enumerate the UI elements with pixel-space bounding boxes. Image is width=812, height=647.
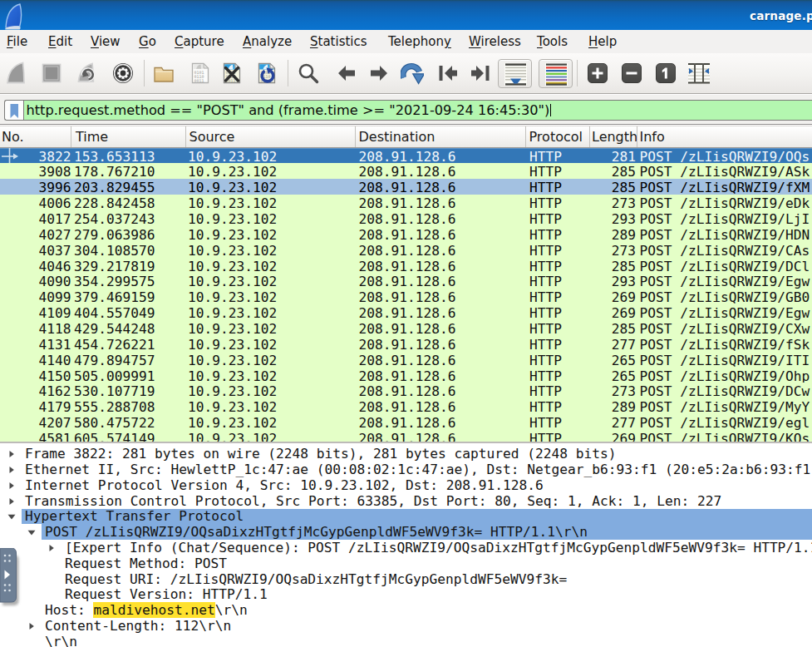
column-header-destination[interactable]: Destination xyxy=(356,126,526,147)
menu-edit[interactable]: Edit xyxy=(48,30,72,53)
packet-row-4017[interactable]: 4017254.03724310.9.23.102208.91.128.6HTT… xyxy=(0,210,812,226)
detail-row-5[interactable]: POST /zLIisQRWZI9/OQsaDixzHTgtfjMcGypGen… xyxy=(0,524,812,540)
packet-row-4027[interactable]: 4027279.06398610.9.23.102208.91.128.6HTT… xyxy=(0,226,812,242)
packet-row-4099[interactable]: 4099379.46915910.9.23.102208.91.128.6HTT… xyxy=(0,289,812,304)
detail-row-9[interactable]: Request Version: HTTP/1.1 xyxy=(0,586,812,602)
column-header-length[interactable]: Length xyxy=(590,126,637,147)
expander-right-icon[interactable] xyxy=(7,482,17,490)
display-filter-input[interactable]: http.request.method == "POST" and (frame… xyxy=(23,100,812,121)
packet-row-4150[interactable]: 4150505.00999110.9.23.102208.91.128.6HTT… xyxy=(0,368,812,383)
auto-scroll-toggle[interactable] xyxy=(498,59,532,88)
menu-analyze[interactable]: Analyze xyxy=(243,30,292,53)
column-label: Protocol xyxy=(526,129,583,145)
go-last-icon[interactable] xyxy=(469,62,492,85)
menu-capture[interactable]: Capture xyxy=(175,30,224,53)
zoom-original-button[interactable] xyxy=(656,63,676,83)
mnemonic-underline: S xyxy=(310,34,318,49)
packet-row-4162[interactable]: 4162530.10771910.9.23.102208.91.128.6HTT… xyxy=(0,383,812,398)
close-file-icon[interactable]: 010101100011 xyxy=(220,62,244,85)
packet-row-4090[interactable]: 4090354.29957510.9.23.102208.91.128.6HTT… xyxy=(0,273,812,289)
expander-right-icon[interactable] xyxy=(27,622,37,630)
colorize-toggle[interactable] xyxy=(539,59,573,88)
packet-row-4109[interactable]: 4109404.55704910.9.23.102208.91.128.6HTT… xyxy=(0,304,812,320)
packet-row-4006[interactable]: 4006228.84245810.9.23.102208.91.128.6HTT… xyxy=(0,195,812,210)
detail-row-2[interactable]: Internet Protocol Version 4, Src: 10.9.2… xyxy=(0,477,812,493)
cell-pro: HTTP xyxy=(529,414,589,430)
go-back-icon[interactable] xyxy=(335,62,358,85)
cell-src: 10.9.23.102 xyxy=(188,383,354,398)
menu-telephony[interactable]: Telephony xyxy=(388,30,451,53)
save-file-icon[interactable]: 010101100011 xyxy=(189,62,212,85)
expander-right-icon[interactable] xyxy=(7,466,17,474)
cell-time: 203.829455 xyxy=(74,179,185,195)
go-to-packet-icon[interactable] xyxy=(401,62,424,85)
plus-icon xyxy=(588,64,607,82)
cell-pro: HTTP xyxy=(529,383,589,398)
filter-bookmark-button[interactable] xyxy=(4,100,23,121)
capture-options-icon[interactable] xyxy=(111,62,135,85)
menu-view[interactable]: View xyxy=(91,30,121,53)
menu-tools[interactable]: Tools xyxy=(537,30,568,53)
cell-pro: HTTP xyxy=(529,210,589,226)
detail-row-8[interactable]: Request URI: /zLIisQRWZI9/OQsaDixzHTgtfj… xyxy=(0,571,812,587)
packet-row-4581[interactable]: 4581605.57414910.9.23.102208.91.128.6HTT… xyxy=(0,430,812,442)
packet-row-4046[interactable]: 4046329.21781910.9.23.102208.91.128.6HTT… xyxy=(0,258,812,274)
reload-file-icon[interactable]: 010101100011 xyxy=(255,62,278,85)
zoom-in-button[interactable] xyxy=(588,63,608,83)
packet-row-4131[interactable]: 4131454.72622110.9.23.102208.91.128.6HTT… xyxy=(0,336,812,352)
packet-row-4118[interactable]: 4118429.54424810.9.23.102208.91.128.6HTT… xyxy=(0,320,812,336)
cell-dst: 208.91.128.6 xyxy=(359,430,525,442)
packet-row-4207[interactable]: 4207580.47572210.9.23.102208.91.128.6HTT… xyxy=(0,414,812,430)
menu-go[interactable]: Go xyxy=(139,30,156,53)
cell-len: 273 xyxy=(590,195,636,210)
menu-help[interactable]: Help xyxy=(588,30,617,53)
cell-dst: 208.91.128.6 xyxy=(359,352,525,368)
cell-src: 10.9.23.102 xyxy=(188,352,354,368)
expander-right-icon[interactable] xyxy=(7,497,17,506)
packet-row-4179[interactable]: 4179555.28870810.9.23.102208.91.128.6HTT… xyxy=(0,398,812,414)
detail-row-10[interactable]: Host: maldivehost.net\r\n xyxy=(0,602,812,618)
capture-start-icon[interactable] xyxy=(6,62,29,85)
zoom-out-button[interactable] xyxy=(622,63,642,83)
menu-statistics[interactable]: Statistics xyxy=(310,30,367,53)
resize-columns-icon[interactable] xyxy=(687,62,711,85)
detail-row-6[interactable]: [Expert Info (Chat/Sequence): POST /zLIi… xyxy=(0,540,812,556)
detail-row-1[interactable]: Ethernet II, Src: HewlettP_1c:47:ae (00:… xyxy=(0,462,812,477)
open-file-icon[interactable] xyxy=(152,62,175,85)
column-header-protocol[interactable]: Protocol xyxy=(526,126,590,147)
cell-time: 404.557049 xyxy=(74,304,185,320)
go-forward-icon[interactable] xyxy=(367,62,391,85)
packet-row-3822[interactable]: 3822153.65311310.9.23.102208.91.128.6HTT… xyxy=(0,148,812,164)
detail-row-3[interactable]: Transmission Control Protocol, Src Port:… xyxy=(0,493,812,509)
drawer-handle[interactable] xyxy=(0,548,23,608)
column-header-source[interactable]: Source xyxy=(186,126,356,147)
detail-row-7[interactable]: Request Method: POST xyxy=(0,556,812,571)
column-header-time[interactable]: Time xyxy=(71,126,186,147)
detail-row-11[interactable]: Content-Length: 112\r\n xyxy=(0,618,812,634)
detail-row-4[interactable]: Hypertext Transfer Protocol xyxy=(0,508,812,524)
menu-wireless[interactable]: Wireless xyxy=(469,30,521,53)
detail-row-0[interactable]: Frame 3822: 281 bytes on wire (2248 bits… xyxy=(0,446,812,462)
expander-right-icon[interactable] xyxy=(47,544,57,552)
expander-down-icon[interactable] xyxy=(7,512,17,521)
column-header-info[interactable]: Info xyxy=(637,126,812,147)
packet-row-3996[interactable]: 3996203.82945510.9.23.102208.91.128.6HTT… xyxy=(0,179,812,195)
detail-row-12[interactable]: \r\n xyxy=(0,634,812,647)
packet-row-3908[interactable]: 3908178.76721010.9.23.102208.91.128.6HTT… xyxy=(0,163,812,179)
cell-dst: 208.91.128.6 xyxy=(359,273,525,289)
detail-text: Internet Protocol Version 4, Src: 10.9.2… xyxy=(25,477,544,493)
capture-restart-icon[interactable] xyxy=(76,62,100,85)
cell-no: 4131 xyxy=(0,336,71,352)
column-header-no[interactable]: No. xyxy=(0,126,71,147)
go-first-icon[interactable] xyxy=(436,62,460,85)
cell-pro: HTTP xyxy=(529,163,589,179)
packet-row-4140[interactable]: 4140479.89475710.9.23.102208.91.128.6HTT… xyxy=(0,352,812,368)
capture-stop-icon[interactable] xyxy=(40,62,63,85)
cell-no: 4046 xyxy=(0,258,71,274)
expander-right-icon[interactable] xyxy=(7,450,17,458)
expander-down-icon[interactable] xyxy=(27,528,37,536)
packet-row-4037[interactable]: 4037304.10857010.9.23.102208.91.128.6HTT… xyxy=(0,242,812,258)
menu-file[interactable]: File xyxy=(7,30,27,53)
cell-no: 4207 xyxy=(0,414,71,430)
find-packet-icon[interactable] xyxy=(297,62,320,85)
